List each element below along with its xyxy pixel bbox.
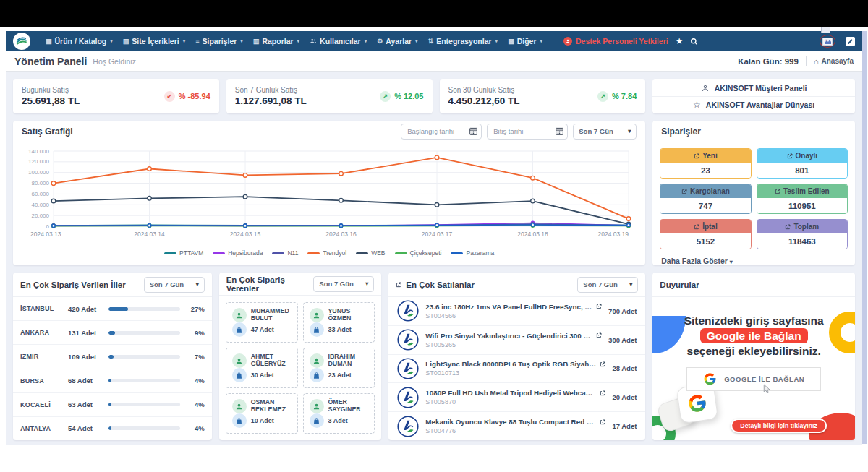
city-progress-bar xyxy=(109,331,180,335)
product-row: 23.6 inc 180Hz 1ms VA Panel FullHD FreeS… xyxy=(388,297,645,326)
advantages-link[interactable]: ☆ AKINSOFT Avantajlar Dünyası xyxy=(652,96,855,113)
bag-icon xyxy=(232,368,247,382)
order-status-button-3[interactable]: Teslim Edilen 110951 xyxy=(757,184,848,214)
akinsoft-product-logo xyxy=(397,358,419,379)
top-cities-card: En Çok Sipariş Verilen İller Son 7 Gün ▾… xyxy=(13,273,212,440)
gear-icon: ⚙ xyxy=(377,38,383,45)
external-link-icon xyxy=(596,332,602,338)
city-progress-bar xyxy=(109,379,180,382)
product-row: LightSync Black 8000DPI 6 Tuş Optik RGB … xyxy=(388,355,645,384)
order-status-button-5[interactable]: Toplam 118463 xyxy=(757,219,848,249)
person-icon xyxy=(232,399,247,413)
page-scrollbar[interactable] xyxy=(862,31,867,444)
legend-item-WEB[interactable]: WEB xyxy=(356,249,385,257)
order-status-button-0[interactable]: Yeni 23 xyxy=(660,148,751,179)
support-staff-permissions-link[interactable]: Destek Personeli Yetkileri xyxy=(563,37,668,46)
nav-item-kullanicilar[interactable]: Kullanıcılar ▾ xyxy=(305,37,372,46)
pages-icon: ▤ xyxy=(123,38,129,45)
nav-item-ayarlar[interactable]: ⚙ Ayarlar ▾ xyxy=(372,37,422,46)
person-icon xyxy=(310,308,324,322)
external-link-icon xyxy=(600,419,605,425)
stat-label: Bugünkü Satış xyxy=(22,86,80,94)
legend-item-Hepsiburada[interactable]: Hepsiburada xyxy=(213,249,263,257)
nav-item-site-icerikleri[interactable]: ▤ Site İçerikleri ▾ xyxy=(118,37,190,46)
chevron-down-icon: ▾ xyxy=(365,280,368,287)
svg-text:80.000: 80.000 xyxy=(32,180,50,186)
nav-item-diger[interactable]: ▩ Diğer ▾ xyxy=(503,37,548,46)
legend-item-N11[interactable]: N11 xyxy=(272,249,298,257)
announcement-detail-link[interactable]: Detaylı bilgi için tıklayınız xyxy=(731,419,827,433)
buyer-card: ÖMER SAYGINER 3 Adet xyxy=(303,393,375,434)
buyer-card: OSMAN BEKLEMEZ 10 Adet xyxy=(226,393,298,434)
product-title-link[interactable]: Wifi Pro Sinyal Yakınlaştırıcı - Güçlend… xyxy=(425,332,602,340)
stat-delta: ↗ % 12.05 xyxy=(380,91,423,102)
buyers-range-select[interactable]: Son 7 Gün ▾ xyxy=(313,276,374,292)
bag-icon xyxy=(232,413,247,428)
svg-text:2024.03.14: 2024.03.14 xyxy=(134,231,165,238)
legend-item-Trendyol[interactable]: Trendyol xyxy=(307,249,346,257)
caret-down-icon: ▾ xyxy=(110,38,113,44)
akinsoft-product-logo xyxy=(397,300,419,322)
akinsoft-logo[interactable] xyxy=(13,33,30,50)
akinsoft-product-logo xyxy=(397,416,419,437)
external-link-icon[interactable] xyxy=(396,282,401,288)
compose-icon[interactable] xyxy=(846,37,855,46)
nav-item-entegrasyonlar[interactable]: ⇅ Entegrasyonlar ▾ xyxy=(423,37,503,46)
chart-range-select[interactable]: Son 7 Gün ▾ xyxy=(573,124,637,140)
caret-down-icon: ▾ xyxy=(365,38,367,44)
language-tooltip xyxy=(821,27,830,33)
products-list: 23.6 inc 180Hz 1ms VA Panel FullHD FreeS… xyxy=(388,297,645,440)
cities-range-select[interactable]: Son 7 Gün ▾ xyxy=(144,277,205,293)
product-title-link[interactable]: LightSync Black 8000DPI 6 Tuş Optik RGB … xyxy=(425,360,605,368)
order-status-button-4[interactable]: İptal 5152 xyxy=(660,219,751,249)
favorites-star-icon[interactable]: ★ xyxy=(676,36,684,46)
star-outline-icon: ☆ xyxy=(693,100,701,110)
search-icon[interactable] xyxy=(690,38,698,46)
buyer-card: YUNUS ÖZMEN 33 Adet xyxy=(303,302,375,343)
product-title-link[interactable]: 23.6 inc 180Hz 1ms VA Panel FullHD FreeS… xyxy=(425,303,602,311)
announcements-title: Duyurular xyxy=(660,280,699,289)
stat-value: 25.691,88 TL xyxy=(22,95,80,106)
order-status-button-2[interactable]: Kargolanan 747 xyxy=(660,184,751,214)
legend-item-Çiçeksepeti[interactable]: Çiçeksepeti xyxy=(395,249,442,257)
svg-text:20.000: 20.000 xyxy=(32,213,50,219)
caret-down-icon: ▾ xyxy=(540,38,542,44)
external-link-icon xyxy=(785,224,791,230)
chevron-down-icon: ▾ xyxy=(730,259,733,265)
order-status-button-1[interactable]: Onaylı 801 xyxy=(757,148,848,179)
orders-title: Siparişler xyxy=(661,126,701,137)
city-progress-bar xyxy=(109,426,180,430)
announcement-banner[interactable]: Sitenizdeki giriş sayfasına Google ile B… xyxy=(652,297,855,440)
navbar-right-icons xyxy=(820,35,855,48)
calendar-icon[interactable] xyxy=(469,127,477,137)
nav-item-raporlar[interactable]: ▥ Raporlar ▾ xyxy=(248,37,305,46)
orders-card: Siparişler Yeni 23 Onaylı 801 Kargolanan… xyxy=(652,121,855,265)
nav-item-urun-katalog[interactable]: ▦ Ürün / Katalog ▾ xyxy=(41,37,118,46)
product-sku: ST005870 xyxy=(425,398,605,406)
nav-item-siparisler[interactable]: ≡ Siparişler ▾ xyxy=(190,37,248,46)
svg-text:0: 0 xyxy=(46,223,50,230)
show-more-link[interactable]: Daha Fazla Göster ▾ xyxy=(652,252,855,270)
customer-panel-link[interactable]: AKINSOFT Müşteri Paneli xyxy=(652,80,855,96)
product-title-link[interactable]: Mekanik Oyuncu Klavye 88 Tuşlu Compact R… xyxy=(425,418,605,426)
home-link[interactable]: ⌂ Anasayfa xyxy=(814,57,854,66)
external-link-icon xyxy=(694,153,699,159)
top-products-title: En Çok Satılanlar xyxy=(406,280,475,289)
language-flag-icon[interactable] xyxy=(820,35,835,48)
grid-icon: ▦ xyxy=(46,38,52,45)
product-title-link[interactable]: 1080P Full HD Usb Metal Tripod Hediyeli … xyxy=(425,389,605,397)
products-range-select[interactable]: Son 7 Gün ▾ xyxy=(577,277,638,293)
caret-down-icon: ▾ xyxy=(240,38,243,44)
chevron-down-icon: ▾ xyxy=(628,128,631,134)
integrations-icon: ⇅ xyxy=(428,38,434,45)
svg-text:120.000: 120.000 xyxy=(28,158,49,165)
stat-value: 1.127.691,08 TL xyxy=(235,95,307,106)
akinsoft-product-logo xyxy=(397,387,419,408)
google-connect-button[interactable]: GOOGLE İLE BAĞLAN xyxy=(686,367,821,391)
screen-top-bar xyxy=(0,0,868,27)
legend-item-PTTAVM[interactable]: PTTAVM xyxy=(164,249,203,257)
calendar-icon[interactable] xyxy=(556,127,563,137)
legend-item-Pazarama[interactable]: Pazarama xyxy=(451,249,494,257)
google-badge: Google ile Bağlan xyxy=(700,328,808,343)
external-link-icon xyxy=(681,189,687,194)
